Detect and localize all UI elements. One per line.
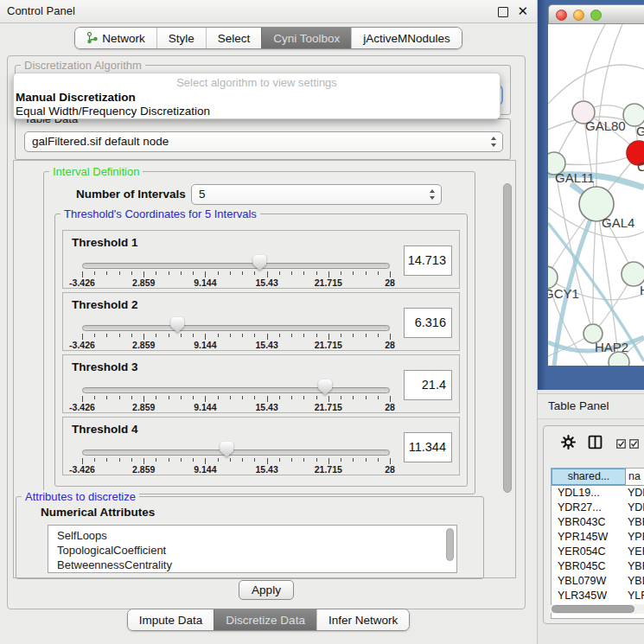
- numerical-attributes-label: Numerical Attributes: [41, 506, 155, 519]
- table-data-combobox[interactable]: galFiltered.sif default node: [24, 131, 503, 152]
- bottom-tab-label: Infer Network: [328, 614, 398, 627]
- cell-shared-name[interactable]: YBR045C: [552, 559, 626, 574]
- cell-shared-name[interactable]: YDL19...: [552, 486, 626, 501]
- tab-cyni-toolbox[interactable]: Cyni Toolbox: [261, 28, 351, 48]
- cell-shared-name[interactable]: YDR27...: [552, 501, 626, 515]
- slider-tick: [378, 458, 379, 462]
- node-attribute-table[interactable]: shared...naYDL19...YDL1YDR27...YDR2YBR04…: [551, 468, 644, 619]
- threshold-value-field[interactable]: 14.713: [404, 245, 452, 276]
- close-icon[interactable]: ✕: [517, 3, 528, 20]
- threshold-slider-thumb[interactable]: [170, 317, 184, 333]
- float-window-icon[interactable]: [498, 7, 508, 17]
- slider-tick: [156, 334, 156, 337]
- slider-tick: [106, 271, 107, 275]
- cell-name[interactable]: YBL0: [626, 574, 644, 589]
- bottom-tab-label: Impute Data: [139, 614, 203, 627]
- table-row[interactable]: YDL19...YDL1: [552, 486, 644, 501]
- combo-spinner-icon: [490, 136, 497, 150]
- threshold-slider-track[interactable]: [82, 450, 390, 456]
- split-columns-icon[interactable]: [588, 435, 603, 452]
- table-row[interactable]: YBL079WYBL0: [552, 574, 644, 589]
- threshold-slider-thumb[interactable]: [318, 379, 332, 395]
- attribute-list-item[interactable]: SelfLoops: [48, 528, 456, 543]
- cell-name[interactable]: YBR0: [626, 515, 644, 530]
- slider-tick-label: 9.144: [194, 340, 216, 350]
- threshold-slider-thumb[interactable]: [220, 442, 233, 457]
- cell-shared-name[interactable]: YPR145W: [552, 530, 626, 545]
- cell-shared-name[interactable]: YBR043C: [552, 515, 626, 530]
- cell-shared-name[interactable]: YBL079W: [552, 574, 626, 589]
- algorithm-option-2[interactable]: Equal Width/Frequency Discretization: [16, 105, 210, 118]
- network-edge[interactable]: [548, 65, 644, 104]
- column-header-name[interactable]: na: [626, 469, 644, 485]
- tab-style[interactable]: Style: [156, 28, 206, 48]
- checkbox-checked-icon[interactable]: [629, 438, 639, 451]
- cell-shared-name[interactable]: YER054C: [552, 545, 626, 559]
- slider-tick: [193, 458, 194, 462]
- table-horizontal-scrollbar[interactable]: [549, 604, 644, 614]
- tab-select[interactable]: Select: [206, 28, 262, 48]
- slider-tick-label: 21.715: [315, 464, 342, 475]
- slider-tick-label: 28: [385, 464, 395, 475]
- settings-panel-scrollbar[interactable]: [503, 183, 512, 493]
- threshold-slider-track[interactable]: [82, 263, 390, 269]
- number-of-intervals-combobox[interactable]: 5: [191, 184, 442, 205]
- bottom-tab-impute-data[interactable]: Impute Data: [128, 609, 214, 630]
- minimize-traffic-light[interactable]: [573, 10, 584, 21]
- cell-name[interactable]: YBR0: [626, 559, 644, 574]
- cell-name[interactable]: YER0: [626, 545, 644, 559]
- threshold-slider-track[interactable]: [82, 325, 390, 331]
- network-node-partial-bottom[interactable]: [609, 352, 629, 366]
- network-canvas[interactable]: GAL80GCGAL11GAL4GCY1HHAP2: [548, 24, 644, 366]
- table-row[interactable]: YBR045CYBR0: [552, 559, 644, 574]
- slider-tick-label: 21.715: [315, 340, 342, 350]
- table-row[interactable]: YPR145WYPR1: [552, 530, 644, 545]
- slider-tick: [156, 458, 156, 462]
- table-row[interactable]: YLR345WYLR3: [552, 589, 644, 603]
- gear-icon[interactable]: [561, 435, 576, 452]
- cell-name[interactable]: YPR1: [626, 530, 644, 545]
- numerical-attributes-list[interactable]: SelfLoopsTopologicalCoefficientBetweenne…: [48, 525, 457, 573]
- algorithm-dropdown-popup: Select algorithm to view settings Manual…: [13, 73, 501, 119]
- apply-button[interactable]: Apply: [239, 580, 294, 600]
- column-header-shared-name[interactable]: shared...: [552, 469, 626, 485]
- slider-tick: [143, 458, 144, 464]
- table-row[interactable]: YER054CYER0: [552, 545, 644, 559]
- algorithm-prompt-item[interactable]: Select algorithm to view settings: [14, 76, 500, 89]
- algorithm-option-1[interactable]: Manual Discretization: [16, 91, 136, 104]
- tab-network[interactable]: Network: [75, 28, 156, 48]
- tab-jactivemnodules[interactable]: jActiveMNodules: [351, 28, 462, 48]
- threshold-value-field[interactable]: 6.316: [404, 308, 452, 338]
- table-row[interactable]: YBR043CYBR0: [552, 515, 644, 530]
- network-edge[interactable]: [593, 204, 596, 334]
- cell-shared-name[interactable]: YLR345W: [552, 589, 626, 603]
- network-node-label: GAL11: [555, 170, 595, 185]
- cell-name[interactable]: YDR2: [626, 501, 644, 515]
- cell-name[interactable]: YDL1: [626, 486, 644, 501]
- table-row[interactable]: YDR27...YDR2: [552, 501, 644, 515]
- attribute-list-item[interactable]: BetweennessCentrality: [48, 558, 456, 572]
- slider-tick: [169, 334, 169, 337]
- threshold-slider-track[interactable]: [82, 387, 390, 393]
- slider-tick: [143, 334, 144, 340]
- slider-tick: [218, 334, 219, 337]
- network-edge[interactable]: [583, 24, 605, 101]
- checkbox-checked-icon[interactable]: [616, 438, 626, 451]
- attribute-list-item[interactable]: TopologicalCoefficient: [48, 543, 456, 558]
- slider-tick: [230, 271, 231, 275]
- slider-tick: [131, 458, 132, 462]
- zoom-traffic-light[interactable]: [590, 10, 602, 21]
- tab-label: Style: [169, 32, 194, 45]
- threshold-slider-thumb[interactable]: [252, 255, 266, 271]
- slider-tick: [353, 458, 354, 462]
- bottom-tab-infer-network[interactable]: Infer Network: [316, 609, 409, 630]
- table-hscrollbar-thumb[interactable]: [552, 605, 634, 613]
- close-traffic-light[interactable]: [556, 10, 567, 21]
- network-window-titlebar[interactable]: [548, 4, 644, 24]
- cell-name[interactable]: YLR3: [626, 589, 644, 603]
- bottom-tab-discretize-data[interactable]: Discretize Data: [214, 609, 316, 630]
- threshold-value-field[interactable]: 21.4: [404, 370, 452, 400]
- threshold-value-field[interactable]: 11.344: [404, 432, 452, 462]
- slider-tick: [316, 458, 317, 462]
- attributes-list-scrollbar[interactable]: [446, 528, 454, 561]
